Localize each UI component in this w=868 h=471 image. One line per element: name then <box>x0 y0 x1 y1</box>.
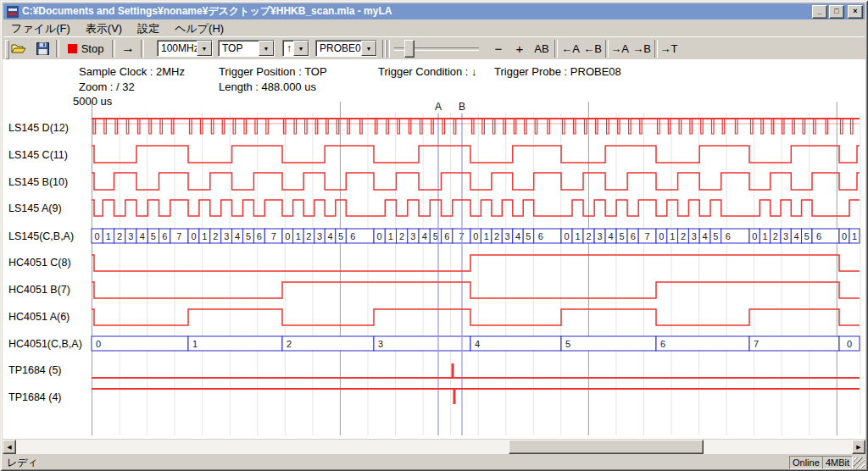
goto-a-left-button[interactable]: ←A <box>559 39 581 58</box>
zoom-label: Zoom : / 32 <box>79 80 135 93</box>
goto-trigger-button[interactable]: →T <box>658 39 680 58</box>
menu-file[interactable]: ファイル(F) <box>3 20 78 37</box>
dropdown-arrow-icon[interactable]: ▼ <box>259 41 274 56</box>
channel-label: LS145 A(9) <box>8 202 62 216</box>
goto-b-left-button[interactable]: ←B <box>581 39 604 58</box>
trigger-position-label: Trigger Position : TOP <box>219 65 327 78</box>
maximize-button[interactable]: □ <box>829 5 844 19</box>
channel-label: LS145(C,B,A) <box>8 230 74 244</box>
channel-label: LS145 B(10) <box>8 175 68 190</box>
resize-grip[interactable] <box>854 457 865 468</box>
trigger-condition-label: Trigger Condition : ↓ <box>378 65 477 78</box>
scroll-right-button[interactable]: ▶ <box>852 440 865 454</box>
goto-b-right-button[interactable]: →B <box>631 39 653 58</box>
app-icon[interactable] <box>7 6 19 18</box>
floppy-icon <box>36 42 49 55</box>
scroll-left-icon: ◀ <box>7 444 11 451</box>
toolbar: Stop → 100MHz ▼ TOP ▼ ↑ ▼ PROBE00 ▼ − + … <box>3 36 865 60</box>
trigger-position-combo[interactable]: TOP ▼ <box>218 40 275 57</box>
scrollbar-thumb[interactable] <box>509 440 704 454</box>
toolbar-separator <box>112 40 115 58</box>
scroll-left-button[interactable]: ◀ <box>3 440 16 454</box>
channel-label: TP1684 (4) <box>8 391 62 405</box>
ab-cursor-button[interactable]: AB <box>531 39 553 58</box>
statusbar: レディ Online 4MBit <box>3 456 865 469</box>
channel-label: TP1684 (5) <box>8 363 62 378</box>
horizontal-scrollbar[interactable]: ◀ ▶ <box>3 440 865 454</box>
trigger-probe-label: Trigger Probe : PROBE08 <box>494 65 621 78</box>
app-window: C:¥Documents and Settings¥noname¥デスクトップ¥… <box>0 0 868 471</box>
channel-label: LS145 C(11) <box>8 148 68 163</box>
dropdown-arrow-icon[interactable]: ▼ <box>197 41 212 56</box>
zoom-slider-thumb[interactable] <box>404 40 415 58</box>
menubar: ファイル(F) 表示(V) 設定 ヘルプ(H) <box>3 20 865 36</box>
trigger-probe-combo[interactable]: PROBE00 ▼ <box>315 40 377 57</box>
trigger-edge-combo[interactable]: ↑ ▼ <box>282 40 309 57</box>
dropdown-arrow-icon[interactable]: ▼ <box>293 41 309 56</box>
menu-settings[interactable]: 設定 <box>130 20 167 37</box>
length-label: Length : 488.000 us <box>219 80 316 93</box>
memory-indicator: 4MBit <box>822 456 853 469</box>
scroll-right-icon: ▶ <box>856 444 860 451</box>
toolbar-separator <box>387 40 390 58</box>
toolbar-separator <box>56 40 59 58</box>
close-button[interactable]: × <box>848 5 863 19</box>
open-button[interactable] <box>8 39 29 58</box>
toolbar-separator <box>141 40 144 58</box>
open-folder-icon <box>11 42 26 54</box>
channel-label: HC4051 B(7) <box>8 283 70 297</box>
channel-label: HC4051(C,B,A) <box>8 337 82 352</box>
toolbar-separator <box>382 40 386 58</box>
dropdown-arrow-icon[interactable]: ▼ <box>361 41 376 56</box>
zoom-in-button[interactable]: + <box>511 39 528 58</box>
channel-label: LS145 D(12) <box>8 121 69 136</box>
sample-rate-combo[interactable]: 100MHz ▼ <box>157 40 213 57</box>
online-indicator: Online <box>789 456 823 469</box>
stop-button[interactable]: Stop <box>63 39 108 58</box>
menu-view[interactable]: 表示(V) <box>78 20 130 37</box>
goto-a-right-button[interactable]: →A <box>609 39 631 58</box>
stop-icon <box>68 44 77 53</box>
menu-help[interactable]: ヘルプ(H) <box>167 20 231 37</box>
run-arrow-icon: → <box>121 41 135 56</box>
save-button[interactable] <box>32 39 53 58</box>
channel-label: HC4051 C(8) <box>8 256 71 270</box>
zoom-out-button[interactable]: − <box>490 39 507 58</box>
channel-label: HC4051 A(6) <box>8 310 70 324</box>
toolbar-separator <box>554 40 558 58</box>
sample-clock-label: Sample Clock : 2MHz <box>79 65 185 78</box>
minimize-button[interactable]: _ <box>812 5 827 19</box>
waveform-client-area <box>3 59 865 439</box>
status-message: レディ <box>7 456 38 470</box>
titlebar[interactable]: C:¥Documents and Settings¥noname¥デスクトップ¥… <box>3 3 865 19</box>
time-per-div-label: 5000 us <box>73 95 112 108</box>
run-button[interactable]: → <box>117 39 139 58</box>
window-title: C:¥Documents and Settings¥noname¥デスクトップ¥… <box>22 4 810 19</box>
